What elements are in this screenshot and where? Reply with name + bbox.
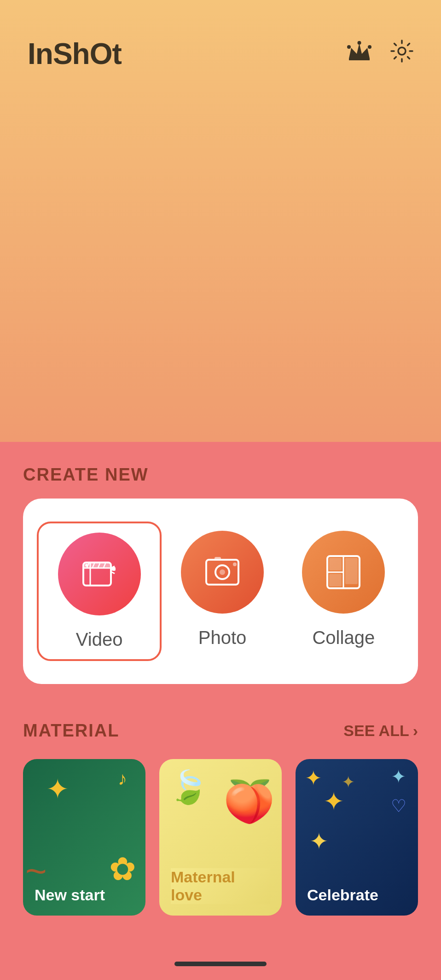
card-maternal-inner: 🍃 🍑 Maternal love — [159, 759, 282, 916]
svg-point-21 — [233, 562, 237, 566]
new-start-music-deco: ♪ — [118, 768, 127, 789]
maternal-leaf-deco: 🍃 — [168, 768, 209, 806]
header: InShOt — [0, 0, 441, 89]
svg-point-19 — [220, 569, 225, 575]
maternal-fruit-deco: 🍑 — [223, 777, 275, 826]
new-start-label: New start — [35, 886, 105, 904]
video-circle — [58, 533, 141, 615]
create-item-video[interactable]: Video — [37, 522, 162, 661]
celebrate-heart-deco: ♡ — [391, 796, 406, 816]
create-card: Video Photo — [23, 499, 418, 684]
svg-point-0 — [347, 45, 351, 49]
collage-label: Collage — [312, 627, 375, 648]
material-card-celebrate[interactable]: ✦ ✦ ✦ ✦ ♡ ✦ Celebrate — [296, 759, 418, 916]
card-new-start-inner: ✦ ♪ ✿ ~ New start — [23, 759, 145, 916]
celebrate-firework4-deco: ✦ — [342, 773, 355, 791]
create-item-photo[interactable]: Photo — [162, 522, 283, 661]
collage-circle — [302, 531, 385, 614]
svg-rect-27 — [345, 558, 358, 584]
celebrate-firework1-deco: ✦ — [305, 766, 322, 790]
celebrate-firework3-deco: ✦ — [309, 828, 329, 855]
material-header: MATERIAL SEE ALL › — [23, 712, 418, 741]
maternal-label: Maternal love — [171, 868, 270, 904]
new-start-star-deco: ✦ — [46, 773, 69, 805]
create-item-collage[interactable]: Collage — [283, 522, 404, 661]
see-all-button[interactable]: SEE ALL › — [343, 722, 418, 740]
see-all-label: SEE ALL — [343, 722, 409, 740]
bottom-bar — [0, 952, 441, 980]
material-card-new-start[interactable]: ✦ ♪ ✿ ~ New start — [23, 759, 145, 916]
material-label: MATERIAL — [23, 721, 120, 741]
header-icons — [347, 40, 413, 68]
photo-label: Photo — [198, 627, 247, 648]
card-celebrate-inner: ✦ ✦ ✦ ✦ ♡ ✦ Celebrate — [296, 759, 418, 916]
bottom-home-indicator — [174, 962, 267, 966]
celebrate-star-deco: ✦ — [391, 766, 406, 787]
app-logo: InShOt — [28, 37, 122, 71]
svg-rect-25 — [329, 558, 342, 570]
celebrate-label: Celebrate — [307, 886, 378, 904]
svg-point-1 — [358, 41, 361, 45]
create-new-label: CREATE NEW — [23, 465, 418, 485]
app-container: InShOt CREATE NEW — [0, 0, 441, 980]
crown-icon[interactable] — [347, 41, 372, 67]
video-label: Video — [76, 629, 123, 650]
photo-circle — [181, 531, 264, 614]
svg-point-2 — [368, 45, 371, 49]
material-section: MATERIAL SEE ALL › ✦ ♪ ✿ ~ New start — [0, 712, 441, 952]
new-start-flower-deco: ✿ — [109, 850, 136, 888]
chevron-right-icon: › — [413, 722, 418, 740]
material-card-maternal[interactable]: 🍃 🍑 Maternal love — [159, 759, 282, 916]
empty-area — [0, 89, 441, 442]
svg-rect-26 — [329, 574, 342, 586]
create-new-section: CREATE NEW — [0, 442, 441, 712]
svg-point-3 — [398, 47, 406, 55]
material-grid: ✦ ♪ ✿ ~ New start 🍃 🍑 Maternal love — [23, 759, 418, 916]
celebrate-firework2-deco: ✦ — [323, 787, 344, 816]
settings-icon[interactable] — [390, 40, 413, 68]
svg-rect-20 — [215, 557, 221, 561]
